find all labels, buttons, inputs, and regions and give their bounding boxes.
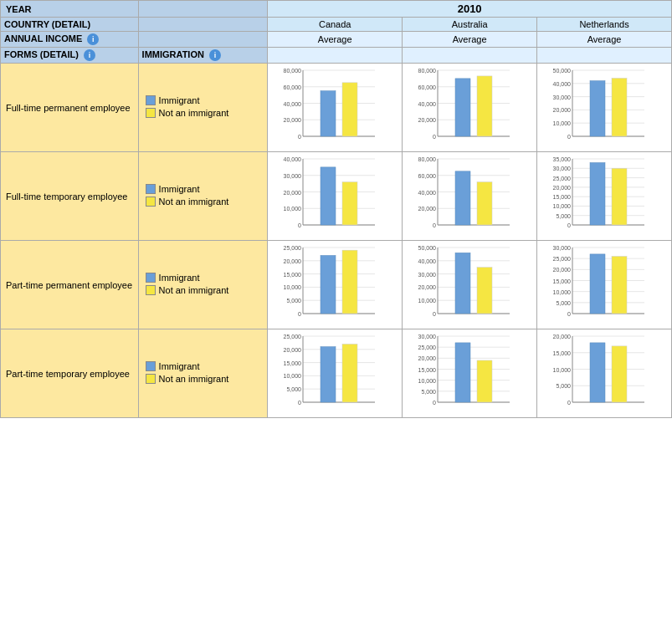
table-row: Part-time temporary employee Immigrant N…: [1, 329, 672, 418]
legend-cell-2: Immigrant Not an immigrant: [138, 241, 268, 329]
svg-text:20,000: 20,000: [553, 334, 572, 340]
immigrant-color-box: [146, 95, 156, 105]
australia-measure: Average: [403, 32, 537, 48]
not-immigrant-label: Not an immigrant: [159, 374, 229, 384]
svg-text:0: 0: [433, 400, 436, 406]
legend-immigrant: Immigrant: [146, 361, 261, 371]
table-row: Full-time permanent employee Immigrant N…: [1, 64, 672, 152]
year-value: 2010: [268, 1, 672, 18]
svg-rect-122: [455, 253, 470, 314]
svg-rect-71: [477, 182, 492, 225]
svg-text:30,000: 30,000: [553, 245, 572, 251]
chart-cell-1-2: 05,00010,00015,00020,00025,00030,00035,0…: [537, 152, 672, 241]
svg-text:50,000: 50,000: [418, 245, 437, 251]
svg-text:5,000: 5,000: [557, 213, 572, 219]
main-table: YEAR 2010 COUNTRY (DETAIL) Canada Austra…: [0, 0, 672, 418]
country-detail-blank: [138, 18, 268, 32]
chart-cell-3-2: 05,00010,00015,00020,000: [537, 329, 672, 418]
svg-text:10,000: 10,000: [553, 120, 572, 126]
svg-rect-43: [612, 79, 627, 137]
svg-text:10,000: 10,000: [418, 378, 437, 384]
svg-text:40,000: 40,000: [553, 81, 572, 87]
forms-label: FORMS (DETAIL) i: [1, 48, 139, 64]
svg-text:25,000: 25,000: [418, 345, 437, 350]
svg-text:0: 0: [298, 311, 301, 317]
svg-text:10,000: 10,000: [418, 298, 437, 304]
legend-not-immigrant: Not an immigrant: [146, 374, 261, 384]
netherlands-sub: [537, 48, 672, 64]
chart-cell-1-0: 010,00020,00030,00040,000: [268, 152, 403, 241]
immigrant-color-box: [146, 361, 156, 371]
netherlands-header: Netherlands: [537, 18, 672, 32]
svg-text:10,000: 10,000: [553, 204, 572, 210]
svg-rect-70: [455, 171, 470, 225]
svg-text:30,000: 30,000: [553, 166, 572, 171]
svg-text:20,000: 20,000: [418, 285, 437, 291]
row-label-3: Part-time temporary employee: [1, 329, 139, 418]
immigration-label: IMMIGRATION i: [138, 48, 268, 64]
svg-rect-123: [477, 268, 492, 314]
netherlands-measure: Average: [537, 32, 672, 48]
svg-text:5,000: 5,000: [557, 383, 572, 389]
svg-rect-91: [612, 168, 627, 225]
forms-info-icon[interactable]: i: [84, 49, 95, 61]
svg-text:30,000: 30,000: [553, 94, 572, 100]
immigrant-label: Immigrant: [159, 273, 200, 283]
canada-sub: [268, 48, 403, 64]
svg-text:25,000: 25,000: [284, 245, 302, 251]
svg-text:25,000: 25,000: [553, 176, 572, 181]
svg-text:5,000: 5,000: [557, 300, 572, 306]
row-label-1: Full-time temporary employee: [1, 152, 139, 241]
year-label: YEAR: [1, 1, 139, 18]
svg-text:10,000: 10,000: [284, 206, 302, 212]
svg-text:0: 0: [567, 400, 571, 406]
svg-text:40,000: 40,000: [418, 101, 437, 107]
svg-text:0: 0: [567, 134, 571, 140]
row-label-0: Full-time permanent employee: [1, 64, 139, 152]
svg-rect-174: [455, 343, 470, 402]
not-immigrant-color-box: [146, 197, 156, 207]
not-immigrant-label: Not an immigrant: [159, 108, 229, 118]
table-row: Full-time temporary employee Immigrant N…: [1, 152, 672, 241]
row-label-2: Part-time permanent employee: [1, 241, 139, 329]
svg-text:50,000: 50,000: [553, 68, 572, 74]
svg-text:60,000: 60,000: [418, 173, 437, 179]
income-label: ANNUAL INCOME i: [1, 32, 139, 48]
svg-text:10,000: 10,000: [553, 367, 572, 373]
income-info-icon[interactable]: i: [87, 33, 99, 45]
not-immigrant-color-box: [146, 285, 156, 295]
immigrant-label: Immigrant: [159, 95, 200, 105]
svg-text:15,000: 15,000: [418, 367, 437, 373]
legend-cell-3: Immigrant Not an immigrant: [138, 329, 268, 418]
svg-text:25,000: 25,000: [553, 256, 572, 262]
svg-text:10,000: 10,000: [284, 285, 302, 291]
svg-text:0: 0: [298, 222, 301, 228]
svg-text:0: 0: [298, 134, 301, 140]
svg-text:20,000: 20,000: [418, 206, 437, 212]
immigrant-label: Immigrant: [159, 361, 200, 371]
svg-text:60,000: 60,000: [284, 84, 302, 90]
svg-text:0: 0: [567, 311, 571, 317]
svg-text:25,000: 25,000: [284, 334, 302, 340]
svg-rect-141: [612, 257, 627, 314]
svg-text:20,000: 20,000: [418, 117, 437, 123]
svg-rect-156: [321, 347, 336, 402]
svg-text:60,000: 60,000: [418, 84, 437, 90]
svg-text:40,000: 40,000: [418, 258, 437, 264]
year-immigration-header: [138, 1, 268, 18]
legend-immigrant: Immigrant: [146, 184, 261, 194]
svg-text:15,000: 15,000: [284, 272, 302, 278]
svg-text:40,000: 40,000: [418, 190, 437, 196]
svg-text:0: 0: [433, 134, 436, 140]
svg-text:15,000: 15,000: [553, 278, 572, 284]
svg-text:0: 0: [298, 400, 301, 406]
chart-cell-2-2: 05,00010,00015,00020,00025,00030,000: [537, 241, 672, 329]
immigration-info-icon[interactable]: i: [209, 49, 221, 61]
svg-rect-12: [321, 91, 336, 136]
svg-text:80,000: 80,000: [418, 156, 437, 162]
svg-text:10,000: 10,000: [284, 374, 302, 380]
svg-text:80,000: 80,000: [284, 68, 302, 74]
immigrant-color-box: [146, 184, 156, 194]
legend-not-immigrant: Not an immigrant: [146, 285, 261, 295]
legend-immigrant: Immigrant: [146, 95, 261, 105]
